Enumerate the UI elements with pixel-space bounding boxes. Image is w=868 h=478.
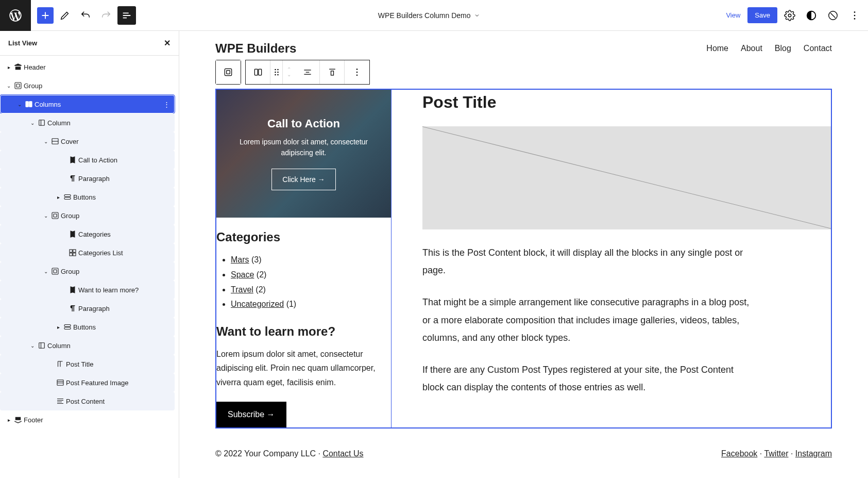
social-link[interactable]: Twitter [764, 449, 788, 458]
tree-item-buttons2[interactable]: ▸Buttons [0, 318, 175, 336]
cover-text[interactable]: Lorem ipsum dolor sit amet, consectetur … [227, 137, 381, 158]
tree-item-columns[interactable]: ⌄Columns⋮ [0, 95, 175, 113]
social-link[interactable]: Facebook [721, 449, 757, 458]
tree-item-post-content[interactable]: Post Content [0, 392, 175, 410]
block-type-button[interactable] [246, 60, 270, 84]
column-left[interactable]: Call to Action Lorem ipsum dolor sit ame… [216, 90, 392, 427]
tree-item-group[interactable]: ⌄Group [0, 76, 175, 95]
tree-label: Group [61, 268, 79, 275]
learn-heading[interactable]: Want to learn more? [216, 324, 391, 339]
tree-label: Header [24, 63, 46, 71]
contact-link[interactable]: Contact Us [322, 449, 363, 458]
tree-item-column[interactable]: ⌄Column [0, 113, 175, 132]
nav-item[interactable]: About [741, 44, 762, 53]
vertical-align-button[interactable] [320, 60, 345, 84]
save-button[interactable]: Save [747, 7, 777, 23]
tree-label: Categories List [78, 249, 123, 257]
tree-item-column2[interactable]: ⌄Column [0, 336, 175, 355]
document-title-text: WPE Builders Column Demo [378, 11, 471, 20]
tree-item-categories-list[interactable]: Categories List [0, 243, 175, 262]
tree-item-paragraph[interactable]: Paragraph [0, 169, 175, 188]
learn-section: Want to learn more? Lorem ipsum dolor si… [216, 324, 391, 427]
tree-item-footer[interactable]: ▸Footer [0, 410, 175, 429]
nav-item[interactable]: Blog [775, 44, 791, 53]
svg-point-33 [275, 74, 276, 76]
footer-left: © 2022 Your Company LLC · Contact Us [215, 449, 364, 458]
subscribe-button[interactable]: Subscribe → [216, 402, 286, 427]
category-link[interactable]: Space [231, 270, 254, 279]
styles-button[interactable] [802, 6, 821, 25]
column-right[interactable]: Post Title This is the Post Content bloc… [392, 90, 831, 427]
more-icon[interactable]: ⋮ [163, 101, 170, 108]
social-link[interactable]: Instagram [795, 449, 832, 458]
sidebar-header: List View ✕ [0, 31, 179, 56]
tree-item-post-title[interactable]: Post Title [0, 355, 175, 373]
move-arrows[interactable]: ⌃⌄ [283, 60, 295, 84]
svg-point-34 [277, 74, 279, 76]
post-title[interactable]: Post Title [422, 93, 831, 112]
undo-button[interactable] [76, 6, 95, 25]
tree-item-categories-heading[interactable]: Categories [0, 225, 175, 243]
cover-button[interactable]: Click Here → [271, 169, 335, 190]
category-item: Space (2) [231, 268, 391, 283]
tree-item-post-featured-image[interactable]: Post Featured Image [0, 373, 175, 392]
tree-label: Column [47, 342, 71, 350]
svg-rect-15 [70, 250, 72, 252]
svg-rect-14 [54, 214, 57, 217]
settings-button[interactable] [780, 6, 799, 25]
copyright-text: © 2022 Your Company LLC · [215, 449, 322, 458]
tree-item-cover[interactable]: ⌄Cover [0, 132, 175, 151]
columns-block[interactable]: Call to Action Lorem ipsum dolor sit ame… [215, 89, 832, 428]
view-mode-button[interactable] [824, 6, 842, 25]
cover-heading[interactable]: Call to Action [267, 117, 340, 130]
tree-item-group2[interactable]: ⌄Group [0, 206, 175, 225]
post-paragraph: This is the Post Content block, it will … [422, 244, 752, 279]
nav-item[interactable]: Contact [804, 44, 832, 53]
svg-rect-19 [52, 268, 58, 274]
post-featured-image[interactable] [422, 126, 831, 229]
block-tree: ▸Header ⌄Group ⌄Columns⋮ ⌄Column ⌄Cover … [0, 56, 179, 431]
svg-point-37 [356, 75, 358, 76]
tree-item-group3[interactable]: ⌄Group [0, 262, 175, 281]
svg-rect-11 [64, 195, 71, 197]
learn-text[interactable]: Lorem ipsum dolor sit amet, consectetur … [216, 347, 391, 389]
cover-block[interactable]: Call to Action Lorem ipsum dolor sit ame… [216, 90, 391, 218]
more-options-button[interactable] [845, 6, 864, 25]
parent-selector-button[interactable] [216, 60, 241, 84]
tree-label: Footer [24, 416, 43, 424]
category-count: (1) [286, 300, 297, 308]
add-block-button[interactable] [37, 7, 54, 24]
svg-point-29 [275, 69, 276, 71]
drag-handle[interactable] [270, 60, 283, 84]
categories-list: Mars (3) Space (2) Travel (2) Uncategori… [216, 253, 391, 312]
block-more-button[interactable] [345, 60, 369, 84]
site-title[interactable]: WPE Builders [215, 41, 296, 56]
category-link[interactable]: Travel [231, 285, 253, 294]
edit-button[interactable] [56, 6, 74, 25]
tree-item-learn-heading[interactable]: Want to learn more? [0, 281, 175, 299]
tree-item-heading[interactable]: Call to Action [0, 151, 175, 169]
svg-rect-6 [16, 84, 20, 87]
categories-heading[interactable]: Categories [216, 230, 391, 244]
wordpress-logo[interactable] [0, 0, 31, 31]
svg-rect-7 [26, 102, 28, 107]
site-nav: Home About Blog Contact [706, 44, 832, 53]
categories-section: Categories Mars (3) Space (2) Travel (2)… [216, 218, 391, 312]
tree-label: Call to Action [78, 156, 117, 164]
category-link[interactable]: Mars [231, 255, 249, 264]
align-button[interactable] [295, 60, 320, 84]
document-title[interactable]: WPE Builders Column Demo [136, 11, 722, 20]
category-link[interactable]: Uncategorized [231, 300, 284, 308]
redo-button[interactable] [97, 6, 115, 25]
view-link[interactable]: View [722, 7, 744, 23]
list-view-button[interactable] [117, 6, 136, 25]
tree-label: Group [24, 82, 42, 90]
tree-item-paragraph2[interactable]: Paragraph [0, 299, 175, 318]
nav-item[interactable]: Home [706, 44, 728, 53]
svg-point-32 [277, 72, 279, 73]
tree-item-header[interactable]: ▸Header [0, 58, 175, 76]
post-content[interactable]: This is the Post Content block, it will … [422, 244, 831, 396]
close-icon[interactable]: ✕ [164, 38, 171, 48]
tree-item-buttons[interactable]: ▸Buttons [0, 188, 175, 206]
svg-point-31 [275, 72, 276, 73]
